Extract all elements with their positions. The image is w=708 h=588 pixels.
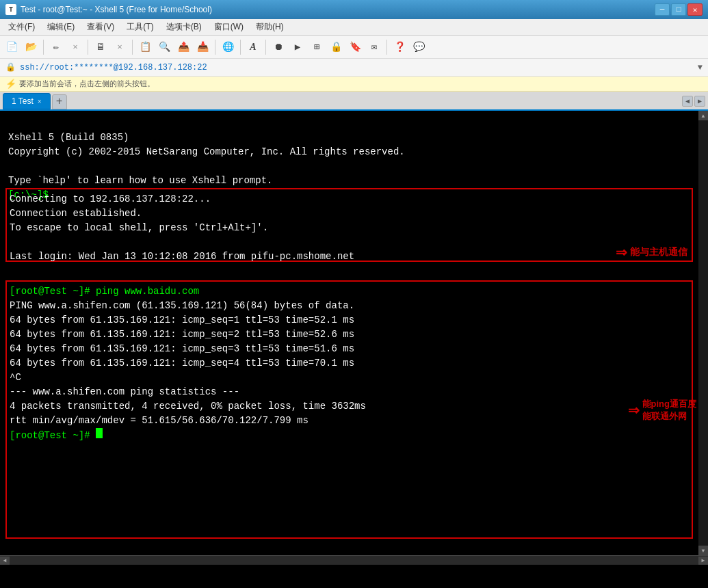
tab-nav-right-btn[interactable]: ▶ [694,96,705,107]
annotation-1: ⇒ 能与主机通信 [616,244,687,260]
ping-text: [root@Test ~]# ping www.baidu.com PING w… [10,284,366,443]
toolbar-bookmark[interactable]: 🔖 [346,38,364,56]
scrollbar[interactable]: ▲ ▼ [698,111,708,555]
lock-icon: 🔒 [5,62,16,72]
terminal-wrapper[interactable]: Xshell 5 (Build 0835) Copyright (c) 2002… [0,111,708,588]
annotation-arrow-2: ⇒ [628,402,640,418]
scroll-up[interactable]: ▲ [698,111,708,120]
menu-view[interactable]: 查看(V) [81,20,120,34]
addressbar: 🔒 ssh://root:********@192.168.137.128:22… [0,59,708,77]
tabbar: 1 Test × + ◀ ▶ [0,92,708,111]
toolbar-transfer2[interactable]: 📥 [194,38,211,56]
tab-label: 1 Test [12,96,34,106]
tab-add-button[interactable]: + [52,94,67,109]
annotation-2-inner: ⇒ 能ping通百度， 能联通外网 [628,398,705,423]
toolbar-sep7 [386,40,387,55]
toolbar-pen[interactable]: ✏️ [47,38,65,56]
addressbar-arrow[interactable]: ▼ [698,63,703,72]
menu-edit[interactable]: 编辑(E) [42,20,80,34]
minimize-button[interactable]: ─ [655,3,670,16]
toolbar-x2[interactable]: ✕ [111,38,129,56]
close-button[interactable]: ✕ [687,3,703,16]
term-line-4: Type `help' to learn how to use Xshell p… [8,175,272,186]
scroll-left[interactable]: ◀ [0,557,10,565]
bottom-scrollbar[interactable]: ◀ ▶ [0,555,708,565]
toolbar-help[interactable]: ❓ [391,38,408,56]
toolbar-resize[interactable]: ⊞ [308,38,326,56]
titlebar: T Test - root@Test:~ - Xshell 5 (Free fo… [0,0,708,19]
titlebar-left: T Test - root@Test:~ - Xshell 5 (Free fo… [5,4,212,15]
main-area: Xshell 5 (Build 0835) Copyright (c) 2002… [0,111,708,588]
toolbar-sep1 [43,40,44,55]
toolbar-globe[interactable]: 🌐 [219,38,237,56]
term-line-2: Copyright (c) 2002-2015 NetSarang Comput… [8,146,405,157]
scroll-track [698,120,708,546]
menu-tools[interactable]: 工具(T) [121,20,159,34]
menu-file[interactable]: 文件(F) [3,20,40,34]
maximize-button[interactable]: □ [671,3,686,16]
tab-close-icon[interactable]: × [38,98,42,105]
connection-text: Connecting to 192.168.137.128:22... Conn… [10,192,354,264]
scroll-right[interactable]: ▶ [698,557,708,565]
toolbar-transfer[interactable]: 📤 [174,38,192,56]
toolbar-connect[interactable]: 🖥 [92,38,109,56]
tab-nav-left[interactable]: ◀ [682,96,693,107]
infobar-text: 要添加当前会话，点击左侧的箭头按钮。 [19,79,155,89]
menu-tabs[interactable]: 选项卡(B) [161,20,207,34]
toolbar-rec[interactable]: ⏺ [270,38,287,56]
toolbar-new[interactable]: 📄 [3,38,21,56]
toolbar-copy[interactable]: 📋 [136,38,154,56]
toolbar-search[interactable]: 🔍 [155,38,173,56]
toolbar-sep5 [240,40,241,55]
scroll-down[interactable]: ▼ [698,546,708,555]
annotation-arrow-1: ⇒ [616,244,627,260]
toolbar-sep2 [88,40,88,55]
annotation-text-2: 能ping通百度， 能联通外网 [642,398,705,423]
cursor [96,428,103,438]
menu-help[interactable]: 帮助(H) [250,20,289,34]
toolbar-compose[interactable]: ✉ [365,38,383,56]
tab-nav: ◀ ▶ [682,96,705,107]
toolbar-lock[interactable]: 🔒 [327,38,345,56]
infobar-icon: ⚡ [5,79,16,89]
toolbar-play[interactable]: ▶ [289,38,306,56]
infobar: ⚡ 要添加当前会话，点击左侧的箭头按钮。 [0,77,708,92]
app-icon: T [5,4,16,15]
term-line-1: Xshell 5 (Build 0835) [8,132,129,143]
toolbar-x[interactable]: ✕ [66,38,84,56]
toolbar: 📄 📂 ✏️ ✕ 🖥 ✕ 📋 🔍 📤 📥 🌐 A ⏺ ▶ ⊞ 🔒 🔖 ✉ ❓ 💬 [0,36,708,59]
terminal[interactable]: Xshell 5 (Build 0835) Copyright (c) 2002… [0,111,708,555]
toolbar-open[interactable]: 📂 [22,38,40,56]
toolbar-sep6 [265,40,266,55]
annotation-2: ⇒ 能ping通百度， 能联通外网 [628,398,705,423]
toolbar-msg[interactable]: 💬 [410,38,428,56]
annotation-text-1: 能与主机通信 [630,246,687,258]
toolbar-font[interactable]: A [244,38,262,56]
tab-1-test[interactable]: 1 Test × [3,93,51,109]
toolbar-sep3 [132,40,133,55]
titlebar-buttons: ─ □ ✕ [655,3,703,16]
address-url[interactable]: ssh://root:********@192.168.137.128:22 [20,63,694,72]
menu-window[interactable]: 窗口(W) [209,20,249,34]
titlebar-title: Test - root@Test:~ - Xshell 5 (Free for … [21,5,212,14]
toolbar-sep4 [215,40,215,55]
menubar: 文件(F) 编辑(E) 查看(V) 工具(T) 选项卡(B) 窗口(W) 帮助(… [0,19,708,36]
